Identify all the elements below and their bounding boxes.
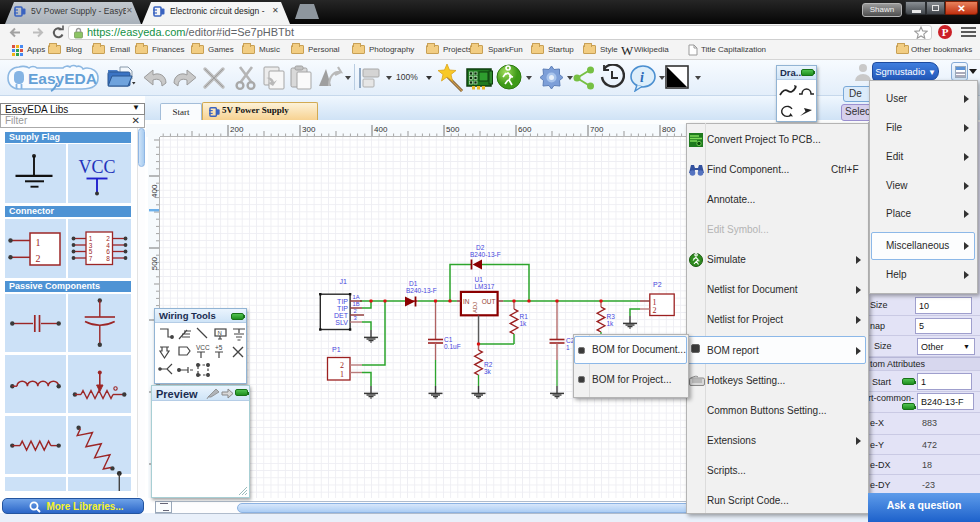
svg-text:ADJ: ADJ	[472, 302, 478, 313]
svg-text:N: N	[218, 330, 222, 336]
svg-text:D1: D1	[409, 280, 418, 287]
svg-text:2: 2	[36, 253, 41, 264]
svg-text:1k: 1k	[607, 320, 615, 327]
svg-text:R2: R2	[484, 361, 493, 368]
svg-text:1k: 1k	[520, 320, 528, 327]
svg-text:P1: P1	[332, 346, 341, 353]
svg-text:7: 7	[89, 255, 93, 262]
svg-text:400: 400	[374, 125, 388, 134]
svg-text:EasyEDA: EasyEDA	[28, 70, 97, 87]
svg-text:VCC: VCC	[196, 344, 210, 351]
svg-text:TIP: TIP	[337, 298, 348, 305]
svg-text:600: 600	[518, 125, 532, 134]
svg-text:SLV: SLV	[335, 319, 348, 326]
svg-text:8: 8	[106, 255, 110, 262]
svg-text:1: 1	[566, 344, 570, 351]
svg-text:J1: J1	[340, 278, 348, 285]
svg-text:LM317: LM317	[475, 283, 495, 290]
svg-text:C1: C1	[444, 336, 453, 343]
svg-text:3k: 3k	[484, 368, 492, 375]
svg-text:700: 700	[590, 125, 604, 134]
svg-text:400: 400	[150, 184, 159, 198]
svg-text:R1: R1	[520, 313, 529, 320]
svg-text:R3: R3	[607, 313, 616, 320]
svg-text:DET: DET	[334, 312, 349, 319]
svg-text:2: 2	[354, 308, 357, 314]
svg-text:3: 3	[354, 315, 357, 321]
svg-text:2: 2	[653, 306, 657, 315]
svg-text:1: 1	[340, 370, 344, 379]
svg-text:800: 800	[662, 125, 676, 134]
svg-text:1A: 1A	[353, 294, 360, 300]
svg-text:VCC: VCC	[78, 157, 115, 177]
svg-text:500: 500	[446, 125, 460, 134]
svg-text:1: 1	[36, 237, 41, 248]
svg-text:TIP: TIP	[337, 305, 348, 312]
svg-text:500: 500	[150, 256, 159, 270]
svg-text:200: 200	[230, 125, 244, 134]
svg-text:1B: 1B	[353, 301, 360, 307]
svg-text:B240-13-F: B240-13-F	[406, 287, 437, 294]
svg-text:D2: D2	[476, 244, 485, 251]
svg-text:P2: P2	[653, 281, 662, 288]
svg-text:i: i	[640, 70, 644, 85]
svg-text:OUT: OUT	[482, 298, 496, 305]
svg-text:300: 300	[302, 125, 316, 134]
svg-text:IN: IN	[463, 298, 470, 305]
svg-text:0.1uF: 0.1uF	[444, 343, 461, 350]
svg-text:+5: +5	[215, 344, 223, 351]
svg-text:B240-13-F: B240-13-F	[470, 251, 501, 258]
